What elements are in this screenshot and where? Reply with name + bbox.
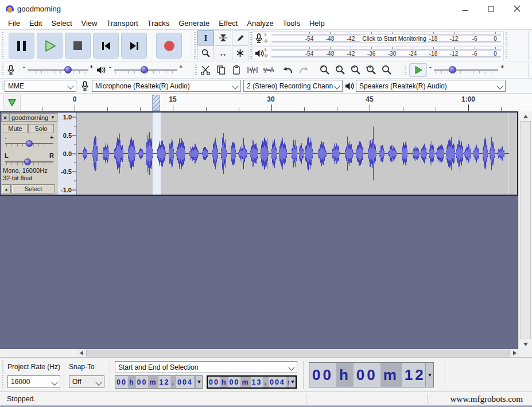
monitoring-hint-text[interactable]: Click to Start Monitoring	[360, 35, 428, 42]
menu-view[interactable]: View	[77, 17, 102, 29]
playback-device-combo[interactable]: Speakers (Realtek(R) Audio)	[356, 80, 506, 92]
vertical-scrollbar[interactable]	[518, 111, 532, 349]
waveform-canvas[interactable]	[77, 113, 517, 195]
copy-button[interactable]	[213, 63, 228, 77]
audio-position-display[interactable]: 00h00m12s	[309, 362, 434, 387]
redo-button[interactable]	[296, 63, 311, 77]
menu-tools[interactable]: Tools	[278, 17, 305, 29]
device-grip[interactable]	[2, 81, 3, 91]
trim-audio-button[interactable]	[245, 63, 260, 77]
pause-button[interactable]	[9, 33, 34, 59]
time-segment[interactable]: 00	[136, 376, 149, 388]
record-button[interactable]	[156, 33, 182, 59]
time-segment[interactable]: h	[220, 377, 228, 387]
selection-start-dropdown[interactable]	[195, 376, 202, 388]
horizontal-scroll-thumb[interactable]	[86, 350, 510, 356]
track-close-button[interactable]: ×	[1, 113, 9, 122]
time-segment[interactable]: 004	[269, 377, 286, 387]
selection-tool-button[interactable]: I	[197, 30, 214, 45]
fit-project-button[interactable]: ►◄	[364, 63, 379, 77]
edit-toolbar-grip[interactable]	[195, 64, 197, 76]
time-segment[interactable]: 00	[309, 363, 336, 387]
menu-effect[interactable]: Effect	[214, 17, 242, 29]
skip-to-end-button[interactable]	[121, 33, 147, 59]
play-speed-slider[interactable]	[434, 64, 498, 76]
selection-start-field[interactable]: 00h00m12.004s	[115, 375, 203, 389]
time-segment[interactable]: 00	[208, 377, 220, 387]
undo-button[interactable]	[281, 63, 296, 77]
scroll-up-button[interactable]	[519, 111, 532, 121]
track-select-button[interactable]: Select	[11, 184, 55, 193]
time-segment[interactable]: m	[380, 363, 402, 387]
play-at-speed-grip[interactable]	[405, 64, 406, 76]
time-segment[interactable]: 00	[354, 363, 380, 387]
project-rate-combo[interactable]: 16000	[7, 375, 60, 388]
timeshift-tool-button[interactable]: ↔	[215, 45, 231, 60]
title-bar[interactable]: goodmorning	[0, 0, 532, 17]
timeline-ruler[interactable]: 01530451:00	[0, 94, 518, 111]
silence-audio-button[interactable]	[261, 63, 276, 77]
track-area-background[interactable]: × goodmorning ▼ Mute Solo - + L R	[0, 111, 518, 349]
record-volume-slider[interactable]	[28, 64, 88, 76]
zoom-in-button[interactable]: +	[317, 63, 332, 77]
zoom-out-button[interactable]: −	[333, 63, 348, 77]
cut-button[interactable]	[198, 63, 213, 77]
selection-end-field[interactable]: 00h00m13.004s	[207, 375, 297, 389]
time-segment[interactable]: m	[148, 376, 158, 388]
recording-meter[interactable]: L R -54-48-42-18-12-60Click to Start Mon…	[253, 31, 504, 45]
gain-slider[interactable]	[5, 140, 53, 147]
mixer-grip[interactable]	[2, 64, 3, 76]
menu-analyze[interactable]: Analyze	[242, 17, 278, 29]
selection-end-dropdown[interactable]	[289, 377, 296, 387]
fit-selection-button[interactable]: ◄►	[348, 63, 363, 77]
playback-volume-slider[interactable]	[114, 64, 177, 76]
time-segment[interactable]: 004	[176, 376, 194, 388]
transport-grip[interactable]	[2, 32, 3, 59]
time-segment[interactable]: 00	[115, 376, 128, 388]
selection-mode-combo[interactable]: Start and End of Selection	[115, 361, 297, 373]
play-button[interactable]	[37, 33, 63, 59]
playhead-marker[interactable]	[152, 95, 160, 111]
gain-slider-thumb[interactable]	[26, 140, 33, 147]
mute-button[interactable]: Mute	[3, 124, 28, 133]
menu-edit[interactable]: Edit	[25, 17, 46, 29]
solo-button[interactable]: Solo	[28, 124, 54, 133]
time-segment[interactable]: .	[263, 377, 268, 387]
menu-help[interactable]: Help	[305, 17, 329, 29]
scroll-left-button[interactable]	[76, 349, 86, 357]
time-segment[interactable]: m	[240, 377, 250, 387]
audio-position-dropdown[interactable]	[425, 363, 433, 387]
record-volume-thumb[interactable]	[64, 66, 72, 73]
stop-button[interactable]	[65, 33, 91, 59]
audio-host-combo[interactable]: MME	[5, 80, 76, 92]
menu-select[interactable]: Select	[46, 17, 76, 29]
recording-channels-combo[interactable]: 2 (Stereo) Recording Chann	[243, 80, 343, 92]
maximize-button[interactable]	[478, 0, 504, 17]
recording-device-combo[interactable]: Microphone (Realtek(R) Audio)	[92, 80, 241, 92]
track-name-menu[interactable]: goodmorning ▼	[9, 113, 57, 122]
play-speed-thumb[interactable]	[449, 66, 456, 73]
playback-volume-thumb[interactable]	[141, 66, 148, 73]
vertical-scale-ruler[interactable]: 1.00.50.0-0.5-1.0	[58, 113, 77, 195]
time-segment[interactable]: 13	[251, 377, 263, 387]
track-collapse-button[interactable]: ▲	[2, 184, 11, 193]
time-segment[interactable]: .	[170, 376, 176, 388]
skip-to-start-button[interactable]	[93, 33, 119, 59]
close-button[interactable]	[504, 0, 530, 17]
snap-to-combo[interactable]: Off	[69, 375, 104, 388]
time-segment[interactable]: h	[336, 363, 354, 387]
play-at-speed-button[interactable]	[409, 63, 427, 77]
paste-button[interactable]	[229, 63, 244, 77]
vertical-scroll-thumb[interactable]	[520, 121, 531, 339]
scroll-right-button[interactable]	[510, 349, 519, 357]
zoom-toggle-button[interactable]	[379, 63, 394, 77]
time-segment[interactable]: h	[128, 376, 136, 388]
menu-tracks[interactable]: Tracks	[143, 17, 174, 29]
pan-slider[interactable]	[5, 158, 53, 165]
menu-transport[interactable]: Transport	[102, 17, 142, 29]
minimize-button[interactable]	[452, 0, 478, 17]
envelope-tool-button[interactable]	[215, 30, 231, 45]
pan-slider-thumb[interactable]	[24, 158, 31, 165]
menu-file[interactable]: File	[3, 17, 25, 29]
draw-tool-button[interactable]	[232, 30, 248, 45]
